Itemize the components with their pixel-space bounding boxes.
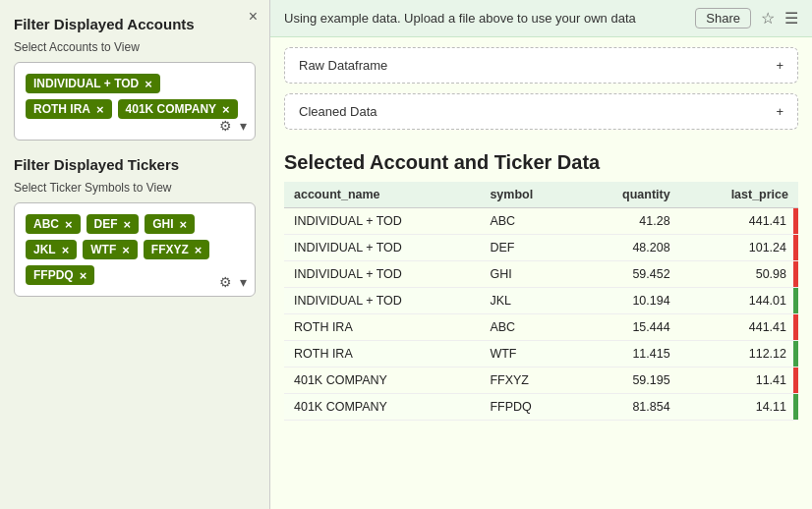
ticker-tag-wtf: WTF×: [83, 240, 138, 259]
accounts-dropdown-button[interactable]: ▾: [238, 118, 249, 134]
ticker-tag-def: DEF×: [87, 214, 140, 234]
cell-symbol: GHI: [480, 261, 576, 288]
cell-account-name: ROTH IRA: [284, 341, 480, 368]
cell-account-name: ROTH IRA: [284, 314, 480, 341]
row-indicator-green: [793, 394, 798, 420]
row-indicator-green: [793, 341, 798, 367]
cell-last-price: 11.41: [680, 368, 798, 394]
cell-symbol: ABC: [480, 314, 576, 341]
ticker-tag-ffxyz: FFXYZ×: [144, 240, 210, 259]
cell-account-name: INDIVIDUAL + TOD: [284, 208, 480, 235]
section-heading: Selected Account and Ticker Data: [270, 140, 812, 182]
row-indicator-red: [793, 261, 798, 287]
accounts-tags-container: INDIVIDUAL + TOD×ROTH IRA×401K COMPANY×: [23, 71, 247, 122]
cell-quantity: 81.854: [576, 394, 679, 421]
table-row: 401K COMPANYFFXYZ59.19511.41: [284, 368, 798, 394]
cell-symbol: DEF: [480, 235, 576, 261]
menu-button[interactable]: ☰: [784, 9, 798, 28]
remove-ticker-tag-ffxyz[interactable]: ×: [195, 244, 203, 256]
remove-ticker-tag-ghi[interactable]: ×: [180, 218, 188, 231]
cell-last-price: 144.01: [680, 288, 798, 314]
accounts-settings-button[interactable]: ⚙: [217, 118, 234, 134]
row-indicator-red: [793, 368, 798, 393]
main-content: Using example data. Upload a file above …: [270, 0, 812, 509]
cell-account-name: INDIVIDUAL + TOD: [284, 288, 480, 314]
banner-actions: Share ☆ ☰: [695, 8, 798, 28]
ticker-tag-ghi: GHI×: [145, 214, 195, 234]
tickers-dropdown-button[interactable]: ▾: [238, 274, 249, 290]
share-button[interactable]: Share: [695, 8, 751, 28]
cell-quantity: 48.208: [576, 235, 679, 261]
remove-ticker-tag-abc[interactable]: ×: [65, 218, 73, 231]
cell-quantity: 59.452: [576, 261, 679, 288]
remove-ticker-tag-ffpdq[interactable]: ×: [80, 269, 87, 282]
cell-quantity: 59.195: [576, 368, 679, 394]
remove-account-tag-roth-ira[interactable]: ×: [96, 103, 104, 116]
cleaned-data-header[interactable]: Cleaned Data +: [285, 94, 797, 129]
table-header: account_name symbol quantity last_price: [284, 182, 798, 208]
cell-quantity: 41.28: [576, 208, 679, 235]
tickers-tags-container: ABC×DEF×GHI×JKL×WTF×FFXYZ×FFPDQ×: [23, 211, 247, 288]
remove-ticker-tag-wtf[interactable]: ×: [122, 244, 130, 256]
accounts-tags-area: INDIVIDUAL + TOD×ROTH IRA×401K COMPANY× …: [14, 62, 256, 141]
cell-account-name: 401K COMPANY: [284, 368, 480, 394]
close-button[interactable]: ×: [249, 8, 258, 26]
raw-dataframe-label: Raw Dataframe: [299, 58, 387, 73]
col-quantity: quantity: [576, 182, 679, 208]
accounts-section-title: Filter Displayed Accounts: [14, 16, 256, 32]
star-button[interactable]: ☆: [761, 9, 775, 28]
cell-last-price: 14.11: [680, 394, 798, 421]
tickers-section-title: Filter Displayed Tickers: [14, 156, 256, 173]
account-tag-401k: 401K COMPANY×: [118, 99, 238, 119]
banner-text: Using example data. Upload a file above …: [284, 11, 636, 26]
row-indicator-red: [793, 314, 798, 340]
cell-last-price: 441.41: [680, 314, 798, 341]
row-indicator-green: [793, 288, 798, 313]
table-row: INDIVIDUAL + TODJKL10.194144.01: [284, 288, 798, 314]
cell-symbol: FFXYZ: [480, 368, 576, 394]
table-row: INDIVIDUAL + TODDEF48.208101.24: [284, 235, 798, 261]
account-tag-ind-tod: INDIVIDUAL + TOD×: [26, 74, 160, 93]
data-table: account_name symbol quantity last_price …: [284, 182, 798, 421]
cell-last-price: 441.41: [680, 208, 798, 235]
row-indicator-red: [793, 208, 798, 234]
cell-quantity: 15.444: [576, 314, 679, 341]
cell-last-price: 101.24: [680, 235, 798, 261]
raw-dataframe-section: Raw Dataframe +: [284, 47, 798, 84]
raw-dataframe-header[interactable]: Raw Dataframe +: [285, 48, 797, 83]
remove-ticker-tag-jkl[interactable]: ×: [62, 244, 70, 256]
cell-last-price: 112.12: [680, 341, 798, 368]
row-indicator-red: [793, 235, 798, 260]
table-row: INDIVIDUAL + TODABC41.28441.41: [284, 208, 798, 235]
ticker-tag-ffpdq: FFPDQ×: [26, 265, 94, 285]
tickers-settings-button[interactable]: ⚙: [217, 274, 234, 290]
remove-account-tag-ind-tod[interactable]: ×: [145, 78, 152, 90]
cell-symbol: WTF: [480, 341, 576, 368]
cell-quantity: 10.194: [576, 288, 679, 314]
cell-account-name: INDIVIDUAL + TOD: [284, 261, 480, 288]
table-row: ROTH IRAWTF11.415112.12: [284, 341, 798, 368]
cell-symbol: FFPDQ: [480, 394, 576, 421]
cell-symbol: ABC: [480, 208, 576, 235]
cell-symbol: JKL: [480, 288, 576, 314]
col-account-name: account_name: [284, 182, 480, 208]
cell-quantity: 11.415: [576, 341, 679, 368]
col-symbol: symbol: [480, 182, 576, 208]
table-body: INDIVIDUAL + TODABC41.28441.41INDIVIDUAL…: [284, 208, 798, 421]
ticker-tag-abc: ABC×: [26, 214, 81, 234]
sidebar: × Filter Displayed Accounts Select Accou…: [0, 0, 270, 509]
remove-account-tag-401k[interactable]: ×: [222, 103, 230, 116]
tickers-tags-area: ABC×DEF×GHI×JKL×WTF×FFXYZ×FFPDQ× ⚙ ▾: [14, 202, 256, 297]
cell-last-price: 50.98: [680, 261, 798, 288]
cell-account-name: INDIVIDUAL + TOD: [284, 235, 480, 261]
raw-dataframe-expand-icon: +: [776, 58, 783, 73]
tickers-sub-label: Select Ticker Symbols to View: [14, 181, 256, 195]
accounts-sub-label: Select Accounts to View: [14, 40, 256, 54]
cleaned-data-label: Cleaned Data: [299, 104, 377, 119]
table-row: 401K COMPANYFFPDQ81.85414.11: [284, 394, 798, 421]
remove-ticker-tag-def[interactable]: ×: [124, 218, 132, 231]
banner: Using example data. Upload a file above …: [270, 0, 812, 37]
table-row: ROTH IRAABC15.444441.41: [284, 314, 798, 341]
account-tag-roth-ira: ROTH IRA×: [26, 99, 112, 119]
col-last-price: last_price: [680, 182, 798, 208]
